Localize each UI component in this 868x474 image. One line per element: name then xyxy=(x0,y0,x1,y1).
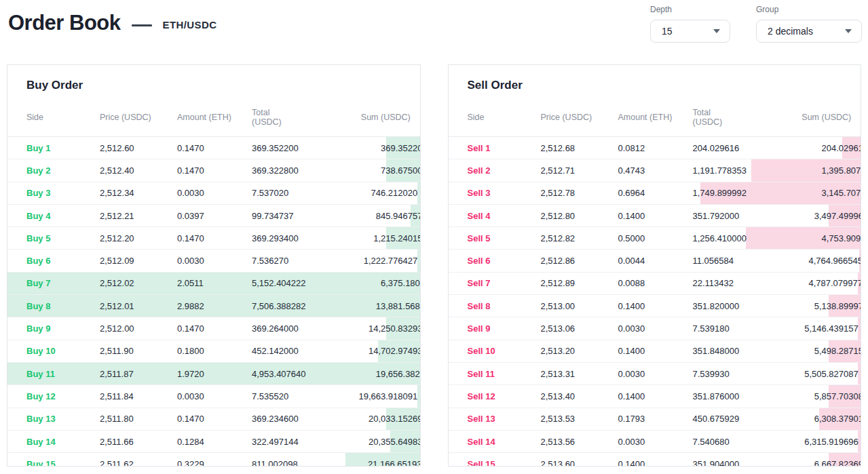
buy-amount-cell: 0.1470 xyxy=(177,143,252,153)
buy-amount-cell: 0.1800 xyxy=(177,346,252,356)
group-control: Group 2 decimals xyxy=(756,5,862,43)
sell-side-cell: Sell 5 xyxy=(468,233,541,243)
sell-price-cell: 2,513.60 xyxy=(541,459,618,467)
buy-order-row: Buy 52,512.200.1470369.2934001,215.24015… xyxy=(7,227,420,250)
buy-price-cell: 2,511.90 xyxy=(100,346,177,356)
sell-price-cell: 2,513.56 xyxy=(541,437,618,447)
column-header-total: Total (USDC) xyxy=(693,108,723,127)
sell-order-row: Sell 152,513.600.1400351.9040006,667.823… xyxy=(449,453,861,467)
group-select[interactable]: 2 decimals xyxy=(756,20,862,43)
sell-total-cell: 351.904000 xyxy=(693,459,740,467)
sell-amount-cell: 0.0030 xyxy=(618,369,693,379)
buy-amount-cell: 1.9720 xyxy=(177,369,252,379)
column-header-sum: Sum (USDC) xyxy=(282,113,411,122)
sell-side-cell: Sell 15 xyxy=(468,459,541,467)
group-select-value: 2 decimals xyxy=(768,26,813,37)
column-header-total: Total (USDC) xyxy=(252,108,282,127)
sell-price-cell: 2,513.06 xyxy=(541,323,618,334)
sell-sum-cell: 5,857.703087 xyxy=(739,391,861,401)
buy-side-cell: Buy 5 xyxy=(26,233,100,243)
buy-total-cell: 369.293400 xyxy=(252,233,299,243)
sell-amount-cell: 0.5000 xyxy=(618,233,693,243)
sell-depth-bar xyxy=(858,431,861,452)
sell-amount-cell: 0.1400 xyxy=(618,346,693,356)
buy-amount-cell: 2.9882 xyxy=(177,301,252,311)
buy-side-cell: Buy 7 xyxy=(26,278,100,288)
buy-sum-cell: 14,250.832931 xyxy=(299,323,421,334)
depth-label: Depth xyxy=(650,5,730,14)
order-book-panels: Buy Order Side Price (USDC) Amount (ETH)… xyxy=(0,64,868,467)
sell-depth-bar xyxy=(858,317,861,339)
buy-sum-cell: 6,375.180649 xyxy=(306,278,421,288)
column-header-sum: Sum (USDC) xyxy=(722,113,851,122)
buy-order-row: Buy 142,511.660.1284322.49714420,355.649… xyxy=(7,431,420,453)
buy-side-cell: Buy 14 xyxy=(26,437,100,447)
chevron-down-icon xyxy=(713,29,720,33)
sell-total-cell: 1,749.899992 xyxy=(693,188,747,198)
buy-sum-cell: 1,222.776427 xyxy=(288,256,417,266)
sell-total-cell: 204.029616 xyxy=(693,143,740,153)
buy-table-header: Side Price (USDC) Amount (ETH) Total (US… xyxy=(7,108,420,137)
buy-total-cell: 7.535520 xyxy=(252,391,288,401)
buy-sum-cell: 21,166.651933 xyxy=(298,459,421,467)
buy-sum-cell: 13,881.568931 xyxy=(306,301,421,311)
buy-total-cell: 4,953.407640 xyxy=(252,369,306,379)
page-title: Order Book xyxy=(8,11,121,35)
buy-order-row: Buy 82,512.012.98827,506.38828213,881.56… xyxy=(7,295,420,317)
sell-price-cell: 2,512.68 xyxy=(541,143,618,153)
buy-sum-cell: 19,656.382571 xyxy=(306,369,421,379)
buy-panel-title: Buy Order xyxy=(26,79,420,92)
buy-order-row: Buy 22,512.400.1470369.322800738.675000 xyxy=(7,159,420,182)
buy-total-cell: 369.234600 xyxy=(252,414,299,424)
sell-order-row: Sell 102,513.200.1400351.8480005,498.287… xyxy=(449,340,861,363)
sell-amount-cell: 0.0030 xyxy=(618,437,693,447)
buy-side-cell: Buy 12 xyxy=(26,391,100,401)
sell-sum-cell: 3,145.707961 xyxy=(747,188,861,198)
buy-sum-cell: 746.212020 xyxy=(288,188,417,198)
sell-order-row: Sell 72,512.890.008822.1134324,787.07997… xyxy=(449,273,861,295)
sell-price-cell: 2,512.89 xyxy=(541,278,618,288)
buy-price-cell: 2,512.01 xyxy=(100,301,177,311)
sell-price-cell: 2,512.78 xyxy=(541,188,618,198)
buy-depth-bar xyxy=(417,250,420,271)
buy-depth-bar xyxy=(417,182,420,204)
buy-sum-cell: 738.675000 xyxy=(299,165,421,176)
buy-total-cell: 369.264000 xyxy=(252,323,299,334)
buy-order-row: Buy 62,512.090.00307.5362701,222.776427 xyxy=(7,250,420,272)
column-header-price: Price (USDC) xyxy=(100,113,177,122)
sell-price-cell: 2,513.00 xyxy=(541,301,618,311)
buy-price-cell: 2,511.66 xyxy=(100,437,177,447)
sell-order-row: Sell 32,512.780.69641,749.8999923,145.70… xyxy=(449,182,861,205)
buy-order-row: Buy 102,511.900.1800452.14200014,702.974… xyxy=(7,340,420,363)
buy-order-row: Buy 92,512.000.1470369.26400014,250.8329… xyxy=(7,317,420,340)
buy-order-row: Buy 72,512.022.05115,152.4042226,375.180… xyxy=(7,273,420,295)
sell-sum-cell: 3,497.499961 xyxy=(739,211,861,221)
sell-sum-cell: 4,753.909961 xyxy=(747,233,861,243)
sell-sum-cell: 5,505.827087 xyxy=(730,369,858,379)
sell-order-row: Sell 42,512.800.1400351.7920003,497.4999… xyxy=(449,205,861,227)
sell-side-cell: Sell 12 xyxy=(468,391,541,401)
sell-side-cell: Sell 3 xyxy=(468,188,541,198)
sell-sum-cell: 5,146.439157 xyxy=(730,323,858,334)
buy-amount-cell: 0.1470 xyxy=(177,323,252,334)
sell-depth-bar xyxy=(858,363,861,384)
buy-side-cell: Buy 15 xyxy=(26,459,100,467)
trading-pair-label: ETH/USDC xyxy=(163,19,217,31)
buy-order-row: Buy 152,511.620.3229811.00209821,166.651… xyxy=(7,453,420,467)
sell-total-cell: 7.539180 xyxy=(693,323,730,334)
buy-price-cell: 2,511.62 xyxy=(100,459,177,467)
buy-price-cell: 2,512.21 xyxy=(100,211,177,221)
buy-sum-cell: 1,215.240157 xyxy=(299,233,421,243)
sell-table-header: Side Price (USDC) Amount (ETH) Total (US… xyxy=(449,108,861,137)
buy-side-cell: Buy 2 xyxy=(26,165,100,176)
sell-total-cell: 11.056584 xyxy=(693,256,734,266)
buy-side-cell: Buy 1 xyxy=(26,143,100,153)
buy-side-cell: Buy 13 xyxy=(26,414,100,424)
sell-total-cell: 1,256.410000 xyxy=(693,233,747,243)
depth-select[interactable]: 15 xyxy=(650,20,730,43)
buy-amount-cell: 0.0030 xyxy=(177,188,252,198)
buy-order-row: Buy 42,512.210.039799.734737845.946757 xyxy=(7,205,420,227)
sell-amount-cell: 0.0812 xyxy=(618,143,693,153)
buy-order-row: Buy 12,512.600.1470369.352200369.352200 xyxy=(7,137,420,159)
sell-side-cell: Sell 8 xyxy=(468,301,541,311)
